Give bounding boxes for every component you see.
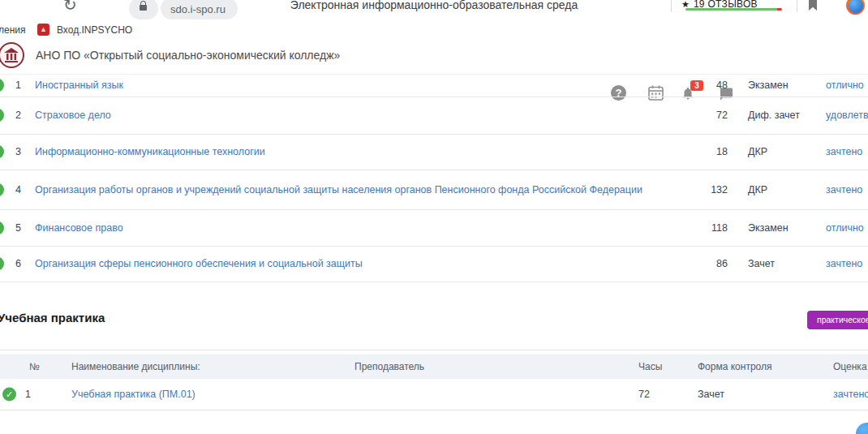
- row-number: 4: [15, 184, 21, 196]
- floating-action-button[interactable]: [856, 423, 868, 434]
- hours-value: 72: [638, 389, 650, 400]
- discipline-link[interactable]: Финансовое право: [35, 220, 651, 234]
- hours-value: 48: [694, 79, 728, 91]
- control-form-value: Зачет: [698, 389, 724, 400]
- discipline-link[interactable]: Организация сферы пенсионного обеспечени…: [35, 256, 651, 271]
- profile-avatar[interactable]: [846, 0, 865, 15]
- browser-window: ↻ sdo.i-spo.ru Электронная информационно…: [0, 0, 868, 434]
- bookmark-favicon: ▲: [37, 24, 49, 36]
- hours-value: 132: [694, 184, 728, 196]
- row-number: 5: [15, 222, 21, 234]
- header-grade: Оценка: [833, 361, 867, 372]
- header-number: №: [29, 361, 40, 372]
- table-row: ✓ 2 Страховое дело 72 Диф. зачет удовлет…: [0, 97, 868, 135]
- control-form-value: Экзамен: [748, 222, 789, 234]
- table-row: ✓ 5 Финансовое право 118 Экзамен отлично: [0, 209, 868, 247]
- avatar-image: [849, 0, 863, 13]
- row-number: 6: [15, 258, 21, 269]
- row-number: 3: [15, 146, 21, 157]
- toolbar-divider: [671, 0, 672, 12]
- site-header: АНО ПО «Открытый социально-экономический…: [0, 38, 868, 75]
- table-row: ✓ 1 Иностранный язык 48 Экзамен отлично: [0, 73, 868, 97]
- grade-link[interactable]: отлично: [826, 79, 864, 91]
- discipline-link[interactable]: Организация работы органов и учреждений …: [35, 182, 651, 196]
- hours-value: 18: [694, 146, 728, 157]
- rating-bar: [685, 8, 782, 11]
- table-row: ✓ 6 Организация сферы пенсионного обеспе…: [0, 246, 868, 282]
- browser-toolbar: ↻ sdo.i-spo.ru Электронная информационно…: [0, 0, 868, 22]
- status-check-icon: ✓: [0, 109, 4, 122]
- control-form-value: ДКР: [748, 146, 767, 157]
- discipline-link[interactable]: Информационно-коммуникационные технологи…: [35, 144, 651, 159]
- table-divider: [0, 350, 868, 350]
- reviews-button[interactable]: ★19 ОТЗЫВОВ: [681, 0, 787, 11]
- table-row: ✓ 4 Организация работы органов и учрежде…: [0, 170, 868, 210]
- status-check-icon: ✓: [0, 257, 4, 271]
- hours-value: 86: [694, 258, 728, 269]
- toolbar-divider: [797, 0, 797, 12]
- discipline-link[interactable]: Страховое дело: [35, 108, 651, 122]
- status-check-icon: ✓: [0, 183, 4, 196]
- grade-link[interactable]: зачтено: [826, 258, 862, 269]
- status-check-icon: ✓: [0, 145, 4, 159]
- row-number: 1: [15, 79, 21, 91]
- discipline-link[interactable]: Иностранный язык: [35, 77, 651, 92]
- status-check-icon: ✓: [0, 78, 4, 92]
- section-title: Учебная практика: [0, 311, 105, 324]
- organization-name: АНО ПО «Открытый социально-экономический…: [36, 49, 340, 62]
- status-check-icon: ✓: [2, 388, 16, 402]
- grade-link[interactable]: зачтено: [826, 184, 862, 196]
- control-form-value: Зачет: [748, 258, 775, 269]
- bookmark-item-inpsycho[interactable]: Вход.INPSYCHO: [57, 24, 132, 36]
- bookmark-icon[interactable]: [806, 0, 819, 11]
- hours-value: 72: [694, 110, 728, 121]
- row-number: 1: [25, 389, 31, 400]
- control-form-value: Диф. зачет: [748, 110, 800, 121]
- practice-type-badge: практическое: [807, 311, 868, 329]
- bookmark-item-partial[interactable]: ления: [0, 24, 26, 36]
- control-form-value: ДКР: [748, 184, 767, 196]
- header-discipline: Наименование дисциплины:: [71, 361, 200, 372]
- grade-link[interactable]: зачтено: [826, 146, 862, 157]
- table-row: ✓ 1 Учебная практика (ПМ.01) 72 Зачет за…: [0, 379, 868, 410]
- row-number: 2: [15, 110, 21, 121]
- table-header-row: № Наименование дисциплины: Преподаватель…: [0, 355, 868, 379]
- bookmarks-bar: ления ▲ Вход.INPSYCHO: [0, 22, 868, 39]
- header-teacher: Преподаватель: [355, 361, 424, 372]
- table-row: ✓ 3 Информационно-коммуникационные техно…: [0, 134, 868, 170]
- header-hours: Часы: [638, 361, 662, 372]
- control-form-value: Экзамен: [748, 79, 789, 91]
- college-logo: [0, 42, 24, 68]
- status-check-icon: ✓: [0, 221, 4, 234]
- grade-link[interactable]: отлично: [826, 222, 864, 234]
- grade-link[interactable]: зачтено: [833, 389, 868, 400]
- hours-value: 118: [694, 222, 728, 234]
- discipline-link[interactable]: Учебная практика (ПМ.01): [71, 387, 688, 402]
- grade-link[interactable]: удовлетворительно: [826, 110, 868, 121]
- header-control: Форма контроля: [698, 361, 772, 372]
